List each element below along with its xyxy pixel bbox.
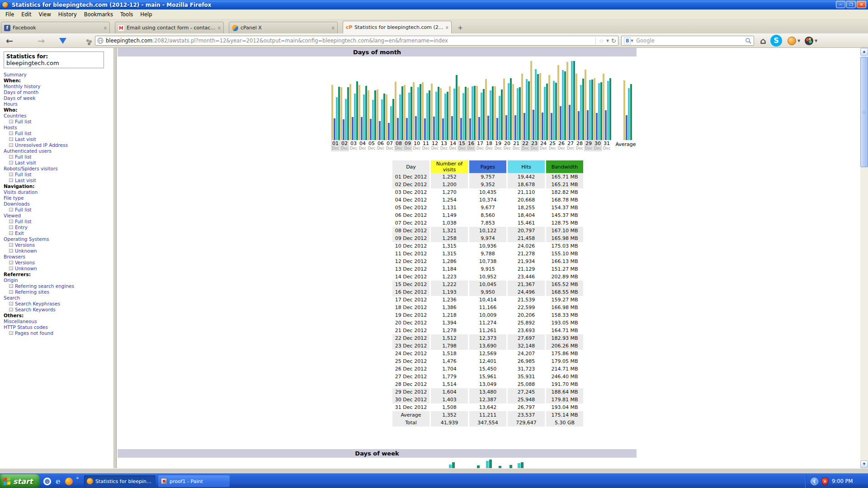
security-alert-icon[interactable]: ✕ [821,478,829,485]
chrome-icon[interactable] [43,478,51,485]
tab-close-icon[interactable]: x [445,24,448,30]
menu-bookmarks[interactable]: Bookmarks [80,11,117,18]
tab-close-icon[interactable]: x [217,25,221,31]
sidebar-item-authenticated-users[interactable]: Authenticated users [4,148,113,154]
sidebar-item-last-visit[interactable]: Last visit [4,178,113,183]
sidebar-item-referring-sites[interactable]: Referring sites [4,289,113,295]
sidebar-item-robots-spiders-visitors[interactable]: Robots/Spiders visitors [4,166,113,172]
addon-paw-icon[interactable] [83,33,92,48]
scroll-up-button[interactable]: ▲ [860,48,868,56]
table-row-06-dec: 06 Dec 20121,1498,56018,404145.37 MB [392,211,583,219]
sidebar-item-pages-not-found[interactable]: Pages not found [4,330,113,336]
forward-button[interactable]: → [35,33,47,48]
table-cell: 9,352 [469,181,506,188]
sidebar-item-miscellaneous[interactable]: Miscellaneous [4,319,113,324]
sidebar-item-last-visit[interactable]: Last visit [4,160,113,166]
tab-close-icon[interactable]: x [104,25,107,31]
sidebar-item-monthly-history[interactable]: Monthly history [4,84,113,89]
tab-gmail[interactable]: MEmail using contact form - contactbleep… [115,22,224,33]
sidebar-item-origin[interactable]: Origin [4,277,113,283]
sidebar-item-full-list[interactable]: Full list [4,119,113,125]
url-bar[interactable]: bleepingtech.com :2082/awstats.pl?month=… [95,36,618,46]
task-label: Statistics for bleeping... [95,479,153,484]
scrollbar-thumb[interactable] [860,57,868,167]
sidebar-item-versions[interactable]: Versions [4,260,113,266]
sidebar-item-file-type[interactable]: File type [4,195,113,201]
quicklaunch-overflow-icon[interactable]: » [76,475,79,481]
tab-cpstats[interactable]: cPStatistics for bleepingtech.com (2012-… [343,21,452,33]
menu-tools[interactable]: Tools [117,11,137,18]
sidebar-item-days-of-month[interactable]: Days of month [4,89,113,95]
sidebar-item-unresolved-ip-address[interactable]: Unresolved IP Address [4,142,113,148]
table-cell: 26,797 [508,404,545,411]
search-magnifier-icon[interactable] [745,38,751,44]
menu-edit[interactable]: Edit [18,11,35,18]
table-cell: 164.71 MB [546,327,583,334]
taskbar-task-firefox[interactable]: Statistics for bleeping... [84,475,156,487]
table-cell: 202.89 MB [546,273,583,281]
internet-explorer-icon[interactable]: e [54,478,62,485]
sidebar-section-referrers: Referrers: [4,272,113,277]
home-button[interactable]: ⌂ [758,33,769,48]
google-logo-icon[interactable]: 8 [624,38,631,44]
tab-close-icon[interactable]: x [331,25,335,31]
sidebar-item-search-keyphrases[interactable]: Search Keyphrases [4,301,113,307]
sidebar-item-days-of-week[interactable]: Days of week [4,95,113,101]
sidebar-item-full-list[interactable]: Full list [4,207,113,213]
bar-pages [514,115,516,140]
new-tab-button[interactable]: + [455,23,466,32]
menu-file[interactable]: File [2,11,18,18]
search-box[interactable]: 8 ▼ Google [621,36,754,46]
addon-dark-icon[interactable] [804,33,814,48]
sidebar-item-versions[interactable]: Versions [4,242,113,248]
menu-history[interactable]: History [55,11,80,18]
close-button[interactable]: ✕ [857,1,866,8]
table-cell: 1,270 [431,188,468,196]
sidebar-item-search-keywords[interactable]: Search Keywords [4,307,113,313]
bookmark-star-icon[interactable]: ☆ [599,38,604,44]
vertical-scrollbar[interactable]: ▲ ▼ [860,48,868,468]
addon-orange-dropdown-icon[interactable]: ▼ [797,33,801,48]
url-dropdown-icon[interactable]: ▼ [606,39,609,43]
tray-chevron-icon[interactable]: ❮ [811,478,818,485]
frame-divider[interactable] [113,48,117,468]
sidebar-item-operating-systems[interactable]: Operating Systems [4,236,113,242]
skype-icon[interactable]: S [769,33,783,48]
back-button[interactable]: ← [4,33,15,48]
sidebar-item-visits-duration[interactable]: Visits duration [4,189,113,195]
sidebar-item-full-list[interactable]: Full list [4,172,113,178]
sidebar-item-unknown[interactable]: Unknown [4,266,113,272]
sidebar-item-countries[interactable]: Countries [4,113,113,119]
sidebar-item-full-list[interactable]: Full list [4,131,113,136]
addon-orange-icon[interactable] [787,33,797,48]
restore-button[interactable]: ❐ [846,1,856,8]
menu-view[interactable]: View [35,11,55,18]
addon-dark-dropdown-icon[interactable]: ▼ [814,33,818,48]
sidebar-item-unknown[interactable]: Unknown [4,248,113,254]
sidebar-item-hosts[interactable]: Hosts [4,125,113,131]
sidebar-item-summary[interactable]: Summary [4,72,113,78]
sidebar-item-exit[interactable]: Exit [4,230,113,236]
sidebar-item-hours[interactable]: Hours [4,101,113,107]
download-addon-icon[interactable] [58,33,68,48]
sidebar-item-full-list[interactable]: Full list [4,219,113,225]
sidebar-item-browsers[interactable]: Browsers [4,254,113,260]
sidebar-item-viewed[interactable]: Viewed [4,213,113,219]
sidebar-item-http-status-codes[interactable]: HTTP Status codes [4,324,113,330]
sidebar-item-entry[interactable]: Entry [4,225,113,230]
menu-help[interactable]: Help [137,11,156,18]
tab-cpanel[interactable]: cPanel Xx [229,22,338,33]
taskbar-task-paint[interactable]: proof1 - Paint [158,475,230,487]
scroll-down-button[interactable]: ▼ [860,460,868,468]
start-button[interactable]: start [0,474,40,488]
sidebar-item-search[interactable]: Search [4,295,113,301]
sidebar-item-full-list[interactable]: Full list [4,154,113,160]
sidebar-item-last-visit[interactable]: Last visit [4,136,113,142]
firefox-quicklaunch-icon[interactable] [65,478,73,485]
reload-icon[interactable]: ↻ [611,38,616,44]
sidebar-item-downloads[interactable]: Downloads [4,201,113,207]
minimize-button[interactable]: ─ [836,1,845,8]
sidebar-item-referring-search-engines[interactable]: Referring search engines [4,283,113,289]
search-engine-dropdown-icon[interactable]: ▼ [631,39,633,43]
tab-facebook[interactable]: fFacebookx [1,22,110,33]
